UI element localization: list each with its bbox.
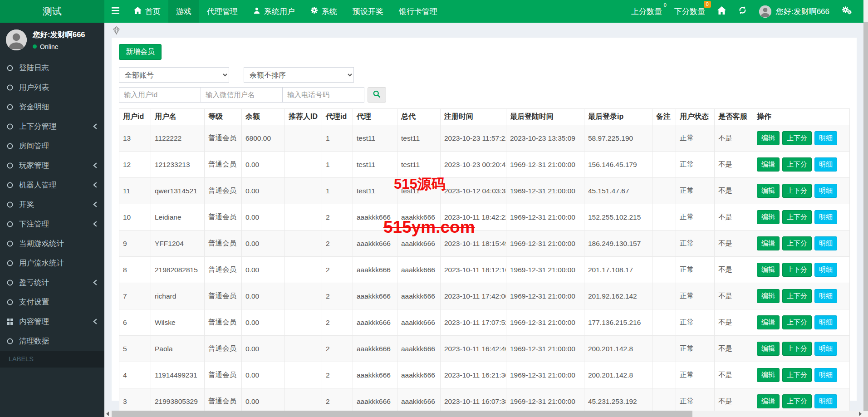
nav-item-agent-management[interactable]: 代理管理 — [199, 0, 245, 23]
score-button[interactable]: 上下分 — [782, 236, 812, 250]
sidebar-item-robot-management[interactable]: 机器人管理 — [0, 175, 104, 195]
cell-user-status: 正常 — [676, 309, 715, 336]
sidebar-item-funds-detail[interactable]: 资金明细 — [0, 97, 104, 117]
online-dot-icon — [33, 44, 37, 49]
down-score-link[interactable]: 下分数量0 — [674, 6, 705, 17]
score-button[interactable]: 上下分 — [782, 394, 812, 408]
brand-title[interactable]: 测试 — [0, 0, 104, 23]
cell-user-id: 11 — [119, 178, 151, 204]
search-icon — [373, 90, 381, 100]
cell-level: 普通会员 — [205, 257, 242, 283]
sidebar-item-user-list[interactable]: 用户列表 — [0, 78, 104, 97]
sidebar-item-current-game-stats[interactable]: 当期游戏统计 — [0, 234, 104, 253]
user-id-input[interactable] — [119, 87, 201, 103]
sidebar-item-player-management[interactable]: 玩家管理 — [0, 156, 104, 175]
edit-button[interactable]: 编辑 — [757, 394, 780, 408]
user-table: 用户id用户名等级余额推荐人ID代理id代理总代注册时间最后登陆时间最后登录ip… — [119, 108, 850, 411]
sidebar-item-payment-settings[interactable]: 支付设置 — [0, 292, 104, 312]
edit-button[interactable]: 编辑 — [757, 368, 780, 382]
score-button[interactable]: 上下分 — [782, 315, 812, 329]
online-status-label: Online — [40, 43, 58, 50]
sidebar-item-profit-loss-stats[interactable]: 盈亏统计 — [0, 273, 104, 292]
score-button[interactable]: 上下分 — [782, 157, 812, 172]
wechat-name-input[interactable] — [201, 87, 283, 103]
cell-last-login-ip: 45.231.253.192 — [584, 388, 652, 411]
nav-item-bank-card-management[interactable]: 银行卡管理 — [391, 0, 445, 23]
cell-general-agent: aaakkk666 — [397, 309, 441, 336]
edit-button[interactable]: 编辑 — [757, 236, 780, 250]
scroll-right-arrow-icon[interactable] — [857, 411, 863, 417]
circle-icon — [7, 84, 14, 91]
detail-button[interactable]: 明细 — [814, 236, 837, 250]
cell-level: 普通会员 — [205, 125, 242, 152]
user-menu[interactable]: 您好:发财啊666 — [759, 5, 829, 18]
detail-button[interactable]: 明细 — [814, 315, 837, 329]
cell-referrer-id — [285, 362, 322, 388]
vertical-scrollbar-thumb[interactable] — [863, 22, 868, 411]
cell-last-login-ip: 201.92.162.142 — [584, 283, 652, 309]
detail-button[interactable]: 明细 — [814, 289, 837, 303]
sidebar-item-lottery-draw[interactable]: 开奖 — [0, 195, 104, 214]
detail-button[interactable]: 明细 — [814, 184, 837, 198]
account-filter-select[interactable]: 全部账号 — [119, 67, 229, 83]
score-button[interactable]: 上下分 — [782, 263, 812, 277]
edit-button[interactable]: 编辑 — [757, 157, 780, 172]
detail-button[interactable]: 明细 — [814, 210, 837, 224]
edit-button[interactable]: 编辑 — [757, 210, 780, 224]
edit-button[interactable]: 编辑 — [757, 184, 780, 198]
score-button[interactable]: 上下分 — [782, 184, 812, 198]
cell-referrer-id — [285, 388, 322, 411]
up-score-link[interactable]: 上分数量0 — [631, 6, 662, 17]
detail-button[interactable]: 明细 — [814, 342, 837, 356]
balance-sort-select[interactable]: 余额不排序 — [244, 67, 354, 83]
cell-balance: 0.00 — [242, 283, 285, 309]
sidebar-item-room-management[interactable]: 房间管理 — [0, 136, 104, 156]
cell-is-cs: 不是 — [715, 152, 753, 178]
gem-icon[interactable] — [113, 28, 120, 36]
nav-item-preset-draw[interactable]: 预设开奖 — [345, 0, 391, 23]
cell-user-id: 12 — [119, 152, 151, 178]
score-button[interactable]: 上下分 — [782, 342, 812, 356]
sidebar-item-login-log[interactable]: 登陆日志 — [0, 58, 104, 78]
cell-level: 普通会员 — [205, 362, 242, 388]
cell-general-agent: aaakkk666 — [397, 257, 441, 283]
score-button[interactable]: 上下分 — [782, 131, 812, 145]
phone-input[interactable] — [282, 87, 364, 103]
score-button[interactable]: 上下分 — [782, 289, 812, 303]
detail-button[interactable]: 明细 — [814, 368, 837, 382]
score-button[interactable]: 上下分 — [782, 368, 812, 382]
cell-username: 21993805329 — [151, 388, 205, 411]
edit-button[interactable]: 编辑 — [757, 131, 780, 145]
home-shortcut-button[interactable] — [717, 6, 726, 17]
detail-button[interactable]: 明细 — [814, 394, 837, 408]
settings-button[interactable] — [842, 6, 852, 17]
detail-button[interactable]: 明细 — [814, 131, 837, 145]
nav-item-games[interactable]: 游戏 — [168, 0, 199, 23]
home-icon — [134, 7, 142, 16]
nav-item-home[interactable]: 首页 — [126, 0, 168, 23]
refresh-button[interactable] — [738, 6, 747, 17]
horizontal-scrollbar-thumb[interactable] — [112, 411, 692, 417]
sidebar-item-score-management[interactable]: 上下分管理 — [0, 117, 104, 136]
sidebar-item-clear-data[interactable]: 清理数据 — [0, 331, 104, 351]
edit-button[interactable]: 编辑 — [757, 289, 780, 303]
add-member-button[interactable]: 新增会员 — [119, 44, 162, 60]
vertical-scrollbar[interactable] — [863, 0, 868, 417]
score-button[interactable]: 上下分 — [782, 210, 812, 224]
nav-item-system[interactable]: 系统 — [303, 0, 345, 23]
edit-button[interactable]: 编辑 — [757, 342, 780, 356]
sidebar-toggle-button[interactable] — [104, 0, 126, 23]
sidebar-item-content-management[interactable]: 内容管理 — [0, 312, 104, 331]
search-button[interactable] — [368, 87, 386, 103]
detail-button[interactable]: 明细 — [814, 263, 837, 277]
detail-button[interactable]: 明细 — [814, 157, 837, 172]
sidebar-item-bet-management[interactable]: 下注管理 — [0, 214, 104, 234]
table-row: 5Paola普通会员0.002aaakkk666aaakkk6662023-10… — [119, 336, 850, 362]
edit-button[interactable]: 编辑 — [757, 263, 780, 277]
sidebar-item-user-flow-stats[interactable]: 用户流水统计 — [0, 253, 104, 273]
edit-button[interactable]: 编辑 — [757, 315, 780, 329]
nav-item-system-users[interactable]: 系统用户 — [245, 0, 303, 23]
scroll-left-arrow-icon[interactable] — [104, 411, 111, 417]
circle-icon — [7, 123, 14, 130]
horizontal-scrollbar[interactable] — [104, 411, 863, 417]
